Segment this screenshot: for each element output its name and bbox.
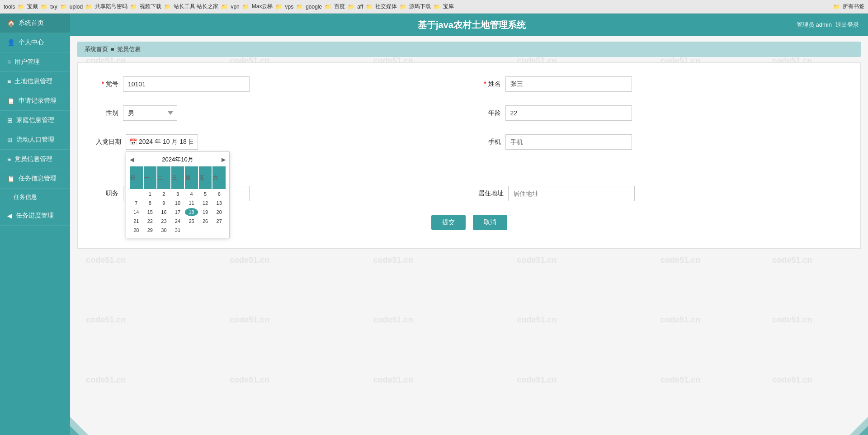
cal-day[interactable]: 15	[144, 208, 157, 216]
cal-day[interactable]: 4	[185, 190, 198, 198]
apply-icon: 📋	[7, 97, 15, 104]
cal-day[interactable]: 25	[185, 217, 198, 225]
cal-day[interactable]: 13	[212, 199, 226, 207]
bookmark-uplod[interactable]: uplod	[70, 4, 83, 10]
cal-day[interactable]: 8	[144, 199, 157, 207]
name-input[interactable]	[505, 76, 632, 92]
calendar-header: ◀ 2024年10月 ▶	[130, 156, 226, 164]
sidebar-item-family[interactable]: ⊞ 家庭信息管理	[0, 111, 70, 130]
cancel-button[interactable]: 取消	[473, 215, 507, 230]
bookmark-baidu[interactable]: 百度	[334, 3, 345, 10]
cal-day[interactable]: 29	[144, 226, 157, 234]
form-row-1: 党号 姓名	[96, 76, 842, 92]
bookmark-baozang[interactable]: 宝藏	[27, 3, 38, 10]
cal-day-today[interactable]: 18	[185, 208, 198, 216]
phone-input[interactable]	[505, 134, 632, 150]
logout-button[interactable]: 退出登录	[835, 21, 859, 29]
cal-day[interactable]: 6	[212, 190, 226, 198]
bookmark-all[interactable]: 所有书签	[843, 3, 864, 10]
breadcrumb-current: 党员信息	[117, 45, 141, 53]
svg-marker-2	[70, 426, 79, 435]
sidebar-item-mobile-pop[interactable]: ⊞ 流动人口管理	[0, 130, 70, 150]
gender-select[interactable]: 男 女	[123, 105, 177, 121]
mobile-pop-icon: ⊞	[7, 136, 13, 143]
cal-day[interactable]: 10	[171, 199, 184, 207]
sidebar-item-land-label: 土地信息管理	[14, 77, 52, 85]
bookmark-baoku[interactable]: 宝库	[443, 3, 454, 10]
bookmark-txy[interactable]: txy	[50, 4, 57, 10]
field-gender: 性别 男 女	[96, 105, 460, 121]
breadcrumb-home[interactable]: 系统首页	[85, 45, 108, 53]
cal-day[interactable]: 12	[199, 199, 212, 207]
cal-day[interactable]: 9	[157, 199, 170, 207]
cal-day[interactable]: 26	[199, 217, 212, 225]
cal-day[interactable]: 28	[130, 226, 143, 234]
sidebar-item-land-info[interactable]: ≡ 土地信息管理	[0, 72, 70, 91]
cal-day[interactable]: 20	[212, 208, 226, 216]
cal-header-fri: 五	[199, 166, 212, 189]
bookmark-tools[interactable]: tools	[4, 4, 15, 10]
name-label: 姓名	[478, 80, 501, 88]
sidebar-item-user-label: 用户管理	[14, 58, 40, 66]
cal-next-month[interactable]: ▶	[222, 156, 226, 163]
bookmark-aff[interactable]: aff	[357, 4, 363, 10]
bookmark-source[interactable]: 源码下载	[409, 3, 431, 10]
calendar-icon: 📅	[129, 138, 137, 146]
header-right: 管理员 admin 退出登录	[797, 21, 859, 29]
cal-day[interactable]: 5	[199, 190, 212, 198]
cal-day[interactable]: 14	[130, 208, 143, 216]
bookmark-vps[interactable]: vps	[285, 4, 293, 10]
cal-day[interactable]	[185, 226, 198, 234]
sidebar-item-profile[interactable]: 👤 个人中心	[0, 33, 70, 52]
main-area: 基于java农村土地管理系统 管理员 admin 退出登录 code51.cn-…	[70, 14, 868, 435]
address-input[interactable]	[508, 186, 635, 201]
cal-day[interactable]: 16	[157, 208, 170, 216]
cal-day[interactable]: 30	[157, 226, 170, 234]
party-number-input[interactable]	[123, 76, 250, 92]
cal-day[interactable]: 24	[171, 217, 184, 225]
home-icon: 🏠	[7, 19, 15, 27]
date-input-wrap: 📅 ◀ 2024年10月 ▶ 日	[126, 134, 198, 150]
cal-prev-month[interactable]: ◀	[130, 156, 134, 163]
cal-day[interactable]: 21	[130, 217, 143, 225]
sidebar-item-home[interactable]: 🏠 系统首页	[0, 14, 70, 33]
cal-header-wed: 三	[171, 166, 184, 189]
sidebar-item-user-mgmt[interactable]: ≡ 用户管理	[0, 52, 70, 72]
sidebar-item-task-detail[interactable]: 任务信息	[0, 189, 70, 206]
cal-day[interactable]	[130, 190, 143, 198]
submit-button[interactable]: 提交	[431, 215, 466, 230]
party-number-label: 党号	[96, 80, 118, 88]
bookmark-vpn[interactable]: vpn	[231, 4, 239, 10]
bookmark-google[interactable]: google	[306, 4, 322, 10]
field-party-number: 党号	[96, 76, 460, 92]
bookmark-station[interactable]: 站长工具·站长之家	[174, 3, 218, 10]
bookmark-max[interactable]: Max云梯	[252, 3, 273, 10]
bookmark-video[interactable]: 视频下载	[140, 3, 161, 10]
cal-day[interactable]: 19	[199, 208, 212, 216]
breadcrumb: 系统首页 ≡ 党员信息	[77, 42, 861, 57]
sidebar-item-mobile-label: 流动人口管理	[16, 136, 54, 144]
age-input[interactable]	[505, 105, 632, 121]
sidebar-item-task[interactable]: 📋 任务信息管理	[0, 169, 70, 189]
bookmark-gonghao[interactable]: 共享陪号密码	[95, 3, 127, 10]
cal-day[interactable]: 11	[185, 199, 198, 207]
cal-day[interactable]: 3	[171, 190, 184, 198]
cal-day[interactable]: 22	[144, 217, 157, 225]
age-label: 年龄	[478, 109, 501, 117]
sidebar-item-apply[interactable]: 📋 申请记录管理	[0, 91, 70, 111]
cal-day[interactable]	[199, 226, 212, 234]
cal-day[interactable]: 2	[157, 190, 170, 198]
cal-day[interactable]: 23	[157, 217, 170, 225]
sidebar-item-task-progress[interactable]: ◀ 任务进度管理	[0, 206, 70, 226]
cal-day[interactable]: 27	[212, 217, 226, 225]
app-header: 基于java农村土地管理系统 管理员 admin 退出登录	[70, 14, 868, 36]
cal-day[interactable]	[212, 226, 226, 234]
cal-day[interactable]: 17	[171, 208, 184, 216]
sidebar-item-party[interactable]: ≡ 党员信息管理	[0, 150, 70, 169]
cal-day[interactable]: 7	[130, 199, 143, 207]
cal-day[interactable]: 1	[144, 190, 157, 198]
browser-bar: tools 📁宝藏 📁txy 📁uplod 📁共享陪号密码 📁视频下载 📁站长工…	[0, 0, 868, 14]
bookmark-social[interactable]: 社交媒体	[375, 3, 397, 10]
phone-label: 手机	[478, 138, 501, 146]
cal-day[interactable]: 31	[171, 226, 184, 234]
